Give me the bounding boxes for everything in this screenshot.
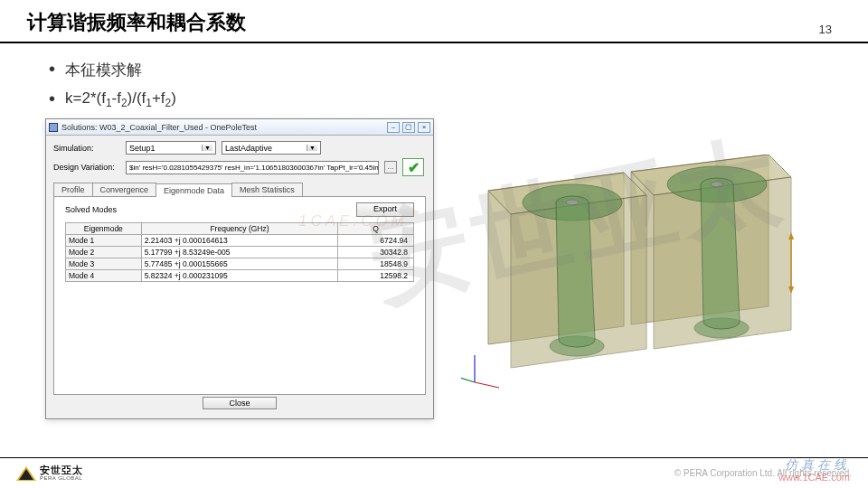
solutions-dialog: Solutions: W03_2_Coaxial_Filter_Used - O… — [45, 118, 434, 419]
svg-line-2 — [461, 377, 475, 382]
svg-line-1 — [475, 382, 499, 388]
svg-point-16 — [711, 182, 723, 187]
eigenmode-table: Eigenmode Frequency (GHz) Q Mode 1 2.214… — [65, 222, 414, 282]
logo-triangle-icon — [16, 466, 36, 481]
content-area: 本征模求解 k=2*(f1-f2)/(f1+f2) Solutions: W03… — [0, 43, 868, 419]
table-row[interactable]: Mode 1 2.21403 +j 0.000164613 6724.94 — [66, 235, 414, 247]
dialog-titlebar[interactable]: Solutions: W03_2_Coaxial_Filter_Used - O… — [46, 119, 433, 136]
eigenmode-panel: Solved Modes Export Eigenmode Frequency … — [53, 196, 426, 395]
design-variation-browse-button[interactable]: … — [384, 161, 397, 174]
svg-point-14 — [566, 200, 579, 205]
solved-modes-label: Solved Modes — [65, 205, 117, 214]
minimize-button[interactable]: – — [387, 122, 400, 133]
close-window-button[interactable]: × — [418, 122, 430, 133]
export-button[interactable]: Export — [356, 202, 414, 217]
bullet-list: 本征模求解 k=2*(f1-f2)/(f1+f2) — [45, 60, 823, 109]
chevron-down-icon: ▼ — [202, 145, 212, 151]
tab-mesh-statistics[interactable]: Mesh Statistics — [231, 183, 303, 196]
slide-title: 计算谐振频率和耦合系数 — [27, 9, 246, 36]
simulation-combo[interactable]: Setup1▼ — [126, 141, 216, 155]
adaptive-combo[interactable]: LastAdaptive▼ — [222, 141, 321, 155]
table-row[interactable]: Mode 2 5.17799 +j 8.53249e-005 30342.8 — [66, 247, 414, 258]
window-icon — [49, 123, 58, 132]
footer: 安世亞太 PERA GLOBAL © PERA Corporation Ltd.… — [0, 457, 868, 488]
table-row[interactable]: Mode 3 5.77485 +j 0.000155665 18548.9 — [66, 258, 414, 270]
design-variation-field[interactable]: $in' resH='0.0281055429375' resH_in='1.1… — [126, 161, 379, 174]
table-col-frequency[interactable]: Frequency (GHz) — [141, 223, 338, 235]
tab-convergence[interactable]: Convergence — [92, 183, 157, 196]
bullet-item-0: 本征模求解 — [45, 60, 823, 80]
simulation-label: Simulation: — [53, 144, 120, 153]
bullet-item-1: k=2*(f1-f2)/(f1+f2) — [45, 89, 823, 109]
close-button[interactable]: Close — [203, 397, 276, 409]
watermark-right: 仿真在线 www.1CAE.com — [778, 458, 850, 483]
design-variation-label: Design Variation: — [53, 163, 120, 172]
logo-text-cn: 安世亞太 — [40, 465, 83, 475]
logo-text-en: PERA GLOBAL — [40, 475, 83, 481]
table-col-eigenmode[interactable]: Eigenmode — [66, 223, 142, 235]
pera-logo: 安世亞太 PERA GLOBAL — [16, 465, 83, 481]
tab-profile[interactable]: Profile — [53, 183, 93, 196]
slide-header: 计算谐振频率和耦合系数 13 — [0, 0, 868, 43]
maximize-button[interactable]: ▢ — [402, 122, 415, 133]
dialog-title: Solutions: W03_2_Coaxial_Filter_Used - O… — [61, 123, 387, 132]
dialog-tabs: Profile Convergence Eigenmode Data Mesh … — [53, 180, 426, 196]
page-number: 13 — [819, 23, 832, 36]
apply-checkmark-button[interactable]: ✔ — [402, 158, 424, 176]
cavity-3d-model — [461, 155, 796, 389]
table-col-q[interactable]: Q — [338, 223, 414, 235]
chevron-down-icon: ▼ — [307, 145, 317, 151]
tab-eigenmode-data[interactable]: Eigenmode Data — [156, 183, 232, 197]
table-row[interactable]: Mode 4 5.82324 +j 0.000231095 12598.2 — [66, 270, 414, 282]
